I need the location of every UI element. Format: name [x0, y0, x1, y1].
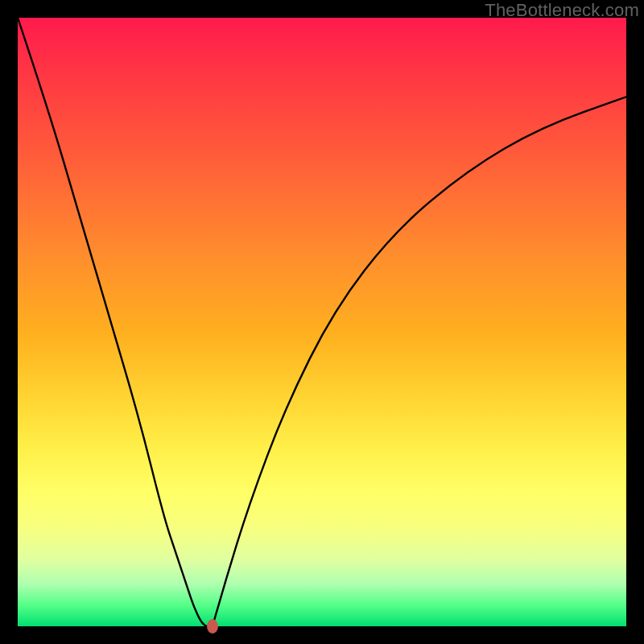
bottleneck-curve	[18, 18, 626, 626]
curve-left-branch	[18, 18, 213, 626]
watermark-text: TheBottleneck.com	[485, 0, 639, 21]
chart-frame	[18, 18, 626, 626]
curve-right-branch	[213, 97, 626, 626]
optimum-marker	[207, 619, 218, 634]
